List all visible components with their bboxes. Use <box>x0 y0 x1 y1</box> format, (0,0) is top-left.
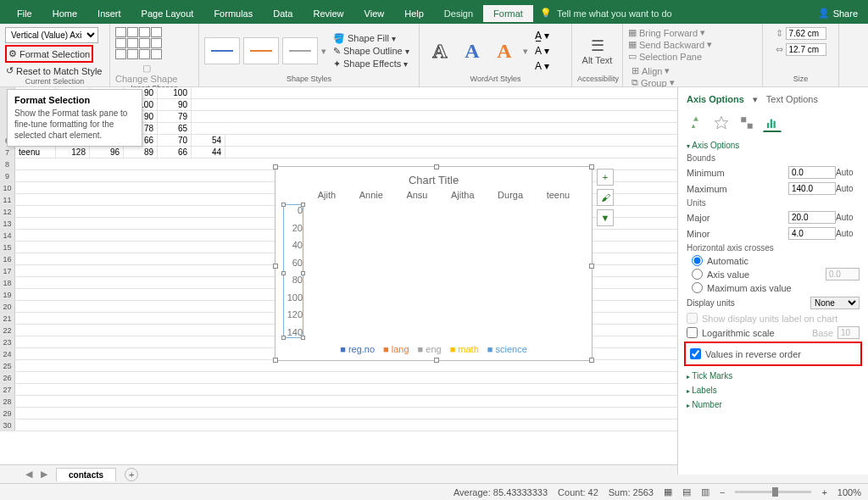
gallery-more-icon[interactable]: ▾ <box>321 46 326 57</box>
align-button[interactable]: ⊞Align ▾ <box>632 65 676 76</box>
zoom-level[interactable]: 100% <box>837 487 861 497</box>
chart-title[interactable]: Chart Title <box>275 174 592 186</box>
tab-review[interactable]: Review <box>303 5 353 22</box>
change-shape-button: ▢ Change Shape <box>115 63 177 84</box>
reverse-order-check[interactable]: Values in reverse order <box>690 348 856 359</box>
sb-sum: Sum: 2563 <box>609 487 654 497</box>
section-labels[interactable]: Labels <box>687 386 860 395</box>
view-layout-icon[interactable]: ▤ <box>682 486 691 497</box>
minor-auto[interactable]: Auto <box>836 229 860 238</box>
align-icon: ⊞ <box>632 65 639 76</box>
group-shape-styles: Shape Styles <box>204 75 414 83</box>
radio-axis-value[interactable]: Axis value <box>692 268 860 281</box>
show-du-check: Show display units label on chart <box>687 313 860 324</box>
shape-style-gallery[interactable] <box>204 37 318 64</box>
lightbulb-icon: 💡 <box>540 8 552 19</box>
hz-crosses-label: Horizontal axis crosses <box>687 243 860 253</box>
wordart-more-icon[interactable]: ▾ <box>523 46 528 57</box>
effects-icon: ✦ <box>333 58 341 69</box>
section-number[interactable]: Number <box>687 400 860 409</box>
shape-effects-button[interactable]: ✦Shape Effects ▾ <box>333 58 409 69</box>
wordart-gallery[interactable]: A A A <box>425 34 520 68</box>
text-outline-icon[interactable]: A ▾ <box>535 45 549 57</box>
tooltip-title: Format Selection <box>14 95 135 105</box>
min-auto[interactable]: Auto <box>836 168 860 177</box>
pencil-icon: ✎ <box>333 46 341 57</box>
tab-insert[interactable]: Insert <box>87 5 131 22</box>
minor-label: Minor <box>687 229 788 239</box>
text-fill-icon[interactable]: A̲ ▾ <box>535 30 549 42</box>
tab-data[interactable]: Data <box>263 5 303 22</box>
zoom-out-icon[interactable]: − <box>720 487 725 497</box>
major-auto[interactable]: Auto <box>836 213 860 222</box>
alt-text-label: Alt Text <box>582 55 613 65</box>
radio-max-axis[interactable]: Maximum axis value <box>692 282 860 293</box>
tell-me-search[interactable]: 💡 Tell me what you want to do <box>540 8 672 19</box>
section-axis-options[interactable]: Axis Options <box>687 141 860 150</box>
chart-legend[interactable]: reg.nolangengmathscience <box>275 344 592 354</box>
view-break-icon[interactable]: ▥ <box>701 486 709 497</box>
zoom-in-icon[interactable]: + <box>821 487 826 497</box>
chart-filters-button[interactable]: ▼ <box>597 209 614 226</box>
shape-fill-button[interactable]: 🪣Shape Fill ▾ <box>333 33 409 44</box>
chart-elements-button[interactable]: + <box>597 169 614 186</box>
selection-pane-icon: ▭ <box>628 51 637 62</box>
text-options-tab[interactable]: Text Options <box>766 94 818 105</box>
tab-nav-next-icon[interactable]: ▶ <box>41 469 47 480</box>
change-shape-label: Change Shape <box>115 74 177 84</box>
tab-formulas[interactable]: Formulas <box>203 5 263 22</box>
shape-gallery[interactable] <box>115 27 162 59</box>
share-button[interactable]: 👤 Share <box>818 8 858 19</box>
tab-help[interactable]: Help <box>394 5 434 22</box>
axis-options-icon[interactable] <box>763 114 782 132</box>
tab-home[interactable]: Home <box>42 5 87 22</box>
bring-forward-button[interactable]: ▦Bring Forward ▾ <box>628 27 712 38</box>
svg-rect-5 <box>774 120 776 127</box>
section-tick-marks[interactable]: Tick Marks <box>687 371 860 381</box>
group-current-selection: Current Selection <box>5 77 104 86</box>
tab-design[interactable]: Design <box>434 5 483 22</box>
chart-element-dropdown[interactable]: Vertical (Value) Axis <box>5 27 98 43</box>
bounds-label: Bounds <box>687 153 860 163</box>
tooltip-body: Show the Format task pane to fine-tune f… <box>14 108 135 141</box>
display-units-label: Display units <box>687 298 810 308</box>
funnel-icon: ▼ <box>601 213 610 223</box>
major-input[interactable] <box>788 211 836 224</box>
max-auto[interactable]: Auto <box>836 184 860 193</box>
add-sheet-button[interactable]: + <box>125 468 138 481</box>
minor-input[interactable] <box>788 227 836 240</box>
selection-pane-button[interactable]: ▭Selection Pane <box>628 51 712 62</box>
embedded-chart[interactable]: + 🖌 ▼ Chart Title AjithAnnieAnsuAjithaDu… <box>275 166 593 361</box>
zoom-slider[interactable] <box>735 491 811 493</box>
view-normal-icon[interactable]: ▦ <box>664 486 672 497</box>
shape-outline-button[interactable]: ✎Shape Outline ▾ <box>333 46 409 57</box>
log-scale-check[interactable]: Logarithmic scaleBase <box>687 326 860 339</box>
size-props-icon[interactable] <box>737 114 756 132</box>
width-icon: ⇔ <box>776 44 783 55</box>
tab-format[interactable]: Format <box>483 5 533 22</box>
effects-icon-tp[interactable] <box>712 114 731 132</box>
group-accessibility: Accessibility <box>577 75 617 83</box>
height-input[interactable]: ⇕ <box>776 27 826 40</box>
text-effects-icon[interactable]: A ▾ <box>535 60 549 72</box>
tab-page-layout[interactable]: Page Layout <box>131 5 204 22</box>
sheet-tab-contacts[interactable]: contacts <box>56 468 116 481</box>
display-units-select[interactable]: None <box>810 297 860 309</box>
width-input[interactable]: ⇔ <box>776 43 826 56</box>
min-input[interactable] <box>788 166 836 179</box>
max-input[interactable] <box>788 182 836 195</box>
paint-bucket-icon: 🪣 <box>333 33 345 44</box>
fill-line-icon[interactable] <box>687 114 705 132</box>
statusbar: Average: 85.43333333 Count: 42 Sum: 2563… <box>0 483 868 500</box>
reset-match-style-button[interactable]: ↺ Reset to Match Style <box>5 64 103 77</box>
radio-automatic[interactable]: Automatic <box>692 255 860 266</box>
tab-nav-prev-icon[interactable]: ◀ <box>25 469 32 480</box>
alt-text-button[interactable]: ☰ Alt Text <box>582 36 613 65</box>
axis-options-tab[interactable]: Axis Options <box>687 94 744 105</box>
format-selection-button[interactable]: ⚙ Format Selection <box>8 47 91 60</box>
chart-y-axis[interactable]: 020406080100120140 <box>283 204 303 338</box>
chart-styles-button[interactable]: 🖌 <box>597 189 614 206</box>
tab-file[interactable]: File <box>7 5 42 22</box>
tab-view[interactable]: View <box>354 5 395 22</box>
send-backward-button[interactable]: ▦Send Backward ▾ <box>628 39 712 50</box>
